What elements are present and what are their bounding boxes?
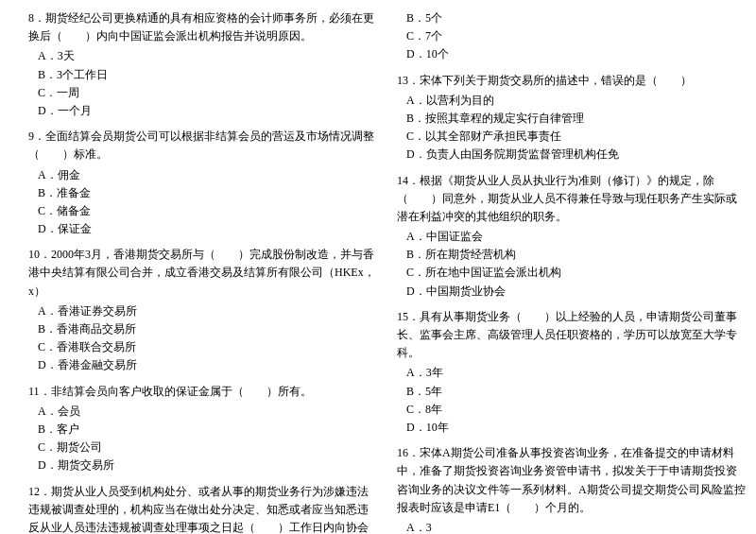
left-column: 8．期货经纪公司更换精通的具有相应资格的会计师事务所，必须在更换后（ ）内向中国… <box>28 9 378 534</box>
question-13-text: 13．宋体下列关于期货交易所的描述中，错误的是（ ） <box>397 72 747 90</box>
option-row: C．香港联合交易所 <box>38 338 378 356</box>
option-row: C．储备金 <box>38 202 378 220</box>
question-14-text: 14．根据《期货从业人员从执业行为准则（修订）》的规定，除（ ）同意外，期货从业… <box>397 172 747 227</box>
option-row: C．一周 <box>38 84 378 102</box>
question-9-options: A．佣金 B．准备金 C．储备金 D．保证金 <box>28 166 378 239</box>
option-row: C．以其全部财产承担民事责任 <box>406 128 747 146</box>
question-13: 13．宋体下列关于期货交易所的描述中，错误的是（ ） A．以营利为目的 B．按照… <box>397 72 747 164</box>
question-14: 14．根据《期货从业人员从执业行为准则（修订）》的规定，除（ ）同意外，期货从业… <box>397 172 747 301</box>
option-row: C．所在地中国证监会派出机构 <box>406 264 747 282</box>
question-13-options: A．以营利为目的 B．按照其章程的规定实行自律管理 C．以其全部财产承担民事责任… <box>397 92 747 164</box>
option-row: B．香港商品交易所 <box>38 320 378 338</box>
option-row: D．期货交易所 <box>38 456 378 474</box>
question-16-text: 16．宋体A期货公司准备从事投资咨询业务，在准备提交的申请材料中，准备了期货投资… <box>397 444 747 517</box>
question-15-text: 15．具有从事期货业务（ ）以上经验的人员，申请期货公司董事长、监事会主席、高级… <box>397 308 747 363</box>
question-16: 16．宋体A期货公司准备从事投资咨询业务，在准备提交的申请材料中，准备了期货投资… <box>397 444 747 534</box>
option-row: A．以营利为目的 <box>406 92 747 110</box>
option-row: D．10个 <box>406 45 747 63</box>
option-row: B．所在期货经营机构 <box>406 246 747 264</box>
question-11: 11．非结算会员向客户收取的保证金属于（ ）所有。 A．会员 B．客户 C．期货… <box>28 383 378 475</box>
option-row: D．10年 <box>406 419 747 437</box>
option-row: A．3年 <box>406 364 747 382</box>
question-10-options: A．香港证券交易所 B．香港商品交易所 C．香港联合交易所 D．香港金融交易所 <box>28 302 378 375</box>
option-row: A．中国证监会 <box>406 228 747 246</box>
option-row: D．中国期货业协会 <box>406 283 747 301</box>
option-row: B．5个 <box>406 9 747 27</box>
option-row: D．保证金 <box>38 220 378 238</box>
option-row: C．7个 <box>406 27 747 45</box>
option-row: A．会员 <box>38 403 378 421</box>
option-row: B．5年 <box>406 383 747 401</box>
question-8-right-options: B．5个 C．7个 D．10个 <box>397 9 747 64</box>
option-row: B．按照其章程的规定实行自律管理 <box>406 110 747 128</box>
question-8-options: A．3天 B．3个工作日 C．一周 D．一个月 <box>28 47 378 120</box>
option-row: B．准备金 <box>38 184 378 202</box>
question-12-text: 12．期货从业人员受到机构处分、或者从事的期货业务行为涉嫌违法违规被调查处理的，… <box>28 483 378 535</box>
question-14-options: A．中国证监会 B．所在期货经营机构 C．所在地中国证监会派出机构 D．中国期货… <box>397 228 747 301</box>
question-15-options: A．3年 B．5年 C．8年 D．10年 <box>397 364 747 437</box>
question-9: 9．全面结算会员期货公司可以根据非结算会员的营运及市场情况调整（ ）标准。 A．… <box>28 128 378 238</box>
question-9-text: 9．全面结算会员期货公司可以根据非结算会员的营运及市场情况调整（ ）标准。 <box>28 128 378 164</box>
right-column: B．5个 C．7个 D．10个 13．宋体下列关于期货交易所的描述中，错误的是（… <box>397 9 747 534</box>
option-row: B．3个工作日 <box>38 66 378 84</box>
option-row: A．香港证券交易所 <box>38 302 378 320</box>
option-row: D．一个月 <box>38 102 378 120</box>
question-8-text: 8．期货经纪公司更换精通的具有相应资格的会计师事务所，必须在更换后（ ）内向中国… <box>28 9 378 45</box>
page-container: 8．期货经纪公司更换精通的具有相应资格的会计师事务所，必须在更换后（ ）内向中国… <box>28 9 728 534</box>
question-11-options: A．会员 B．客户 C．期货公司 D．期货交易所 <box>28 403 378 475</box>
questions-columns: 8．期货经纪公司更换精通的具有相应资格的会计师事务所，必须在更换后（ ）内向中国… <box>28 9 728 534</box>
question-11-text: 11．非结算会员向客户收取的保证金属于（ ）所有。 <box>28 383 378 401</box>
question-10-text: 10．2000年3月，香港期货交易所与（ ）完成股份制改造，并与香港中央结算有限… <box>28 246 378 301</box>
question-15: 15．具有从事期货业务（ ）以上经验的人员，申请期货公司董事长、监事会主席、高级… <box>397 308 747 437</box>
option-row: C．8年 <box>406 401 747 419</box>
option-row: D．负责人由国务院期货监督管理机构任免 <box>406 146 747 164</box>
option-row: A．佣金 <box>38 166 378 184</box>
option-row: D．香港金融交易所 <box>38 356 378 374</box>
question-10: 10．2000年3月，香港期货交易所与（ ）完成股份制改造，并与香港中央结算有限… <box>28 246 378 374</box>
question-16-options: A．3 B．5 C．6 <box>397 519 747 534</box>
option-row: B．客户 <box>38 421 378 439</box>
option-row: A．3天 <box>38 47 378 65</box>
question-8: 8．期货经纪公司更换精通的具有相应资格的会计师事务所，必须在更换后（ ）内向中国… <box>28 9 378 120</box>
option-row: A．3 <box>406 519 747 534</box>
question-8-right: B．5个 C．7个 D．10个 <box>397 9 747 64</box>
option-row: C．期货公司 <box>38 439 378 456</box>
question-12: 12．期货从业人员受到机构处分、或者从事的期货业务行为涉嫌违法违规被调查处理的，… <box>28 483 378 535</box>
